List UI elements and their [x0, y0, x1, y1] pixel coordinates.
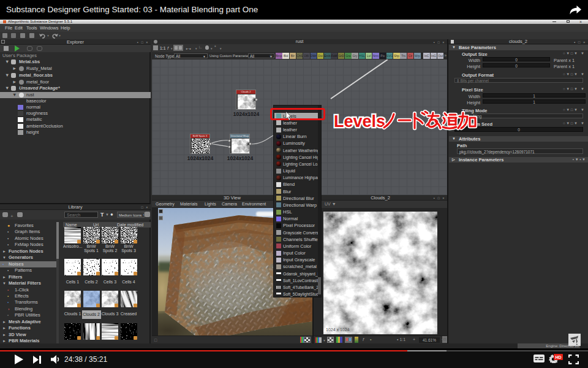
- svg-text:HD: HD: [555, 355, 561, 359]
- svg-text:Levels: Levels: [334, 112, 385, 131]
